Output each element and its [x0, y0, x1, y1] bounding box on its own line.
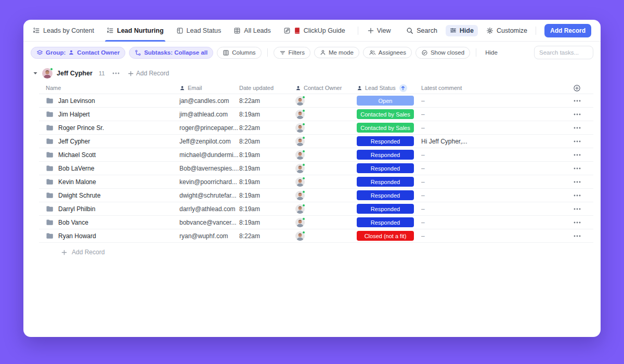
contact-owner-avatar[interactable] [295, 96, 305, 106]
lead-status-badge[interactable]: Contacted by Sales [357, 109, 414, 119]
lead-name[interactable]: Jan Levinson [58, 97, 95, 105]
table-row[interactable]: Michael Scott michael@dundermi... 8:19am… [39, 148, 593, 162]
row-more-icon[interactable] [574, 127, 593, 129]
lead-name[interactable]: Bob LaVerne [58, 165, 94, 172]
contact-owner-avatar[interactable] [295, 231, 305, 241]
table-row[interactable]: Dwight Schrute dwight@schrutefar... 8:19… [39, 189, 593, 202]
lead-email[interactable]: darrly@athlead.com [179, 205, 239, 213]
subtasks-pill[interactable]: Subtasks: Collapse all [129, 47, 213, 59]
table-row[interactable]: Jan Levinson jan@candles.com 8:22am Open… [39, 94, 593, 108]
tab-clickup-guide[interactable]: ClickUp Guide [283, 20, 345, 41]
contact-owner-avatar[interactable] [295, 191, 305, 200]
column-header-lead-status[interactable]: Lead Status [357, 84, 421, 92]
lead-name[interactable]: Bob Vance [58, 219, 88, 226]
contact-owner-avatar[interactable] [295, 204, 305, 214]
group-more-icon[interactable] [112, 72, 120, 74]
lead-name[interactable]: Michael Scott [58, 151, 96, 159]
row-more-icon[interactable] [574, 194, 593, 197]
group-name[interactable]: Jeff Cypher [57, 70, 93, 77]
assignees-pill[interactable]: Assignees [363, 47, 412, 58]
me-mode-pill[interactable]: Me mode [314, 47, 359, 58]
lead-email[interactable]: bobvance@vancer... [179, 219, 239, 226]
sort-ascending-icon[interactable] [399, 84, 407, 92]
lead-email[interactable]: michael@dundermi... [179, 151, 239, 159]
filters-pill[interactable]: Filters [274, 47, 310, 59]
contact-owner-avatar[interactable] [295, 137, 305, 146]
search-tasks-input[interactable] [534, 46, 593, 59]
contact-owner-avatar[interactable] [295, 177, 305, 187]
add-record-button[interactable]: Add Record [544, 24, 591, 37]
row-more-icon[interactable] [574, 167, 593, 170]
chevron-down-icon[interactable] [33, 71, 38, 76]
row-more-icon[interactable] [574, 154, 593, 156]
table-row[interactable]: Roger Prince Sr. roger@princepaper... 8:… [39, 121, 593, 135]
lead-status-badge[interactable]: Responded [357, 163, 414, 173]
contact-owner-avatar[interactable] [295, 110, 305, 119]
column-header-latest-comment[interactable]: Latest comment [421, 85, 551, 91]
column-header-contact-owner[interactable]: Contact Owner [295, 85, 357, 91]
table-row[interactable]: Darryl Philbin darrly@athlead.com 8:19am… [39, 202, 593, 216]
show-closed-pill[interactable]: Show closed [415, 47, 470, 59]
tab-lead-nurturing[interactable]: Lead Nurturing [107, 20, 164, 41]
contact-owner-avatar[interactable] [295, 150, 305, 160]
table-row[interactable]: Kevin Malone kevin@poorrichard... 8:19am… [39, 175, 593, 189]
lead-status-badge[interactable]: Closed (not a fit) [357, 231, 414, 241]
latest-comment: – [421, 111, 551, 118]
lead-name[interactable]: Ryan Howard [58, 232, 96, 240]
lead-status-badge[interactable]: Responded [357, 217, 414, 227]
contact-owner-avatar[interactable] [295, 123, 305, 133]
lead-name[interactable]: Kevin Malone [58, 178, 96, 186]
tab-all-leads[interactable]: All Leads [233, 20, 270, 41]
row-more-icon[interactable] [574, 113, 593, 115]
lead-email[interactable]: Bob@lavernespies.... [179, 165, 239, 172]
lead-email[interactable]: dwight@schrutefar... [179, 192, 239, 199]
add-record-row[interactable]: Add Record [39, 243, 593, 256]
lead-name[interactable]: Jeff Cypher [58, 138, 90, 145]
table-row[interactable]: Jeff Cypher Jeff@zenpilot.com 8:20am Res… [39, 135, 593, 148]
row-more-icon[interactable] [574, 100, 593, 102]
lead-status-badge[interactable]: Open [357, 96, 414, 106]
lead-name[interactable]: Jim Halpert [58, 111, 90, 118]
contact-owner-avatar[interactable] [295, 218, 305, 227]
search-label: Search [417, 27, 437, 34]
row-more-icon[interactable] [574, 181, 593, 183]
row-more-icon[interactable] [574, 235, 593, 237]
customize-button[interactable]: Customize [486, 27, 527, 34]
lead-name[interactable]: Dwight Schrute [58, 192, 100, 199]
search-button[interactable]: Search [406, 27, 437, 34]
columns-pill[interactable]: Columns [217, 47, 261, 59]
contact-owner-avatar[interactable] [295, 164, 305, 173]
table-row[interactable]: Bob LaVerne Bob@lavernespies.... 8:19am … [39, 162, 593, 175]
lead-status-badge[interactable]: Responded [357, 136, 414, 146]
table-row[interactable]: Ryan Howard ryan@wuphf.com 8:22am Closed… [39, 229, 593, 243]
group-add-record-button[interactable]: Add Record [128, 70, 169, 77]
lead-status-badge[interactable]: Responded [357, 177, 414, 187]
lead-status-badge[interactable]: Responded [357, 190, 414, 200]
tab-leads-by-content[interactable]: Leads by Content [33, 20, 94, 41]
add-view-button[interactable]: View [368, 20, 391, 41]
column-header-name[interactable]: Name [39, 85, 179, 91]
table-row[interactable]: Jim Halpert jim@athlead.com 8:19am Conta… [39, 108, 593, 121]
hide-fields-button[interactable]: Hide [446, 25, 478, 36]
add-column-icon[interactable] [573, 84, 593, 92]
lead-status-badge[interactable]: Contacted by Sales [357, 123, 414, 133]
lead-name[interactable]: Darryl Philbin [58, 205, 95, 213]
column-header-email[interactable]: Email [179, 85, 239, 91]
lead-email[interactable]: jan@candles.com [179, 97, 239, 105]
column-header-date-updated[interactable]: Date updated [239, 85, 295, 91]
lead-email[interactable]: roger@princepaper... [179, 124, 239, 132]
lead-email[interactable]: jim@athlead.com [179, 111, 239, 118]
lead-status-badge[interactable]: Responded [357, 204, 414, 214]
lead-email[interactable]: Jeff@zenpilot.com [179, 138, 239, 145]
lead-email[interactable]: kevin@poorrichard... [179, 178, 239, 186]
table-row[interactable]: Bob Vance bobvance@vancer... 8:19am Resp… [39, 216, 593, 229]
hide-link[interactable]: Hide [485, 49, 498, 56]
lead-status-badge[interactable]: Responded [357, 150, 414, 160]
group-by-pill[interactable]: Group: Contact Owner [31, 47, 125, 59]
row-more-icon[interactable] [574, 140, 593, 142]
row-more-icon[interactable] [574, 222, 593, 224]
row-more-icon[interactable] [574, 208, 593, 210]
lead-name[interactable]: Roger Prince Sr. [58, 124, 104, 132]
tab-lead-status[interactable]: Lead Status [176, 20, 222, 41]
lead-email[interactable]: ryan@wuphf.com [179, 232, 239, 240]
